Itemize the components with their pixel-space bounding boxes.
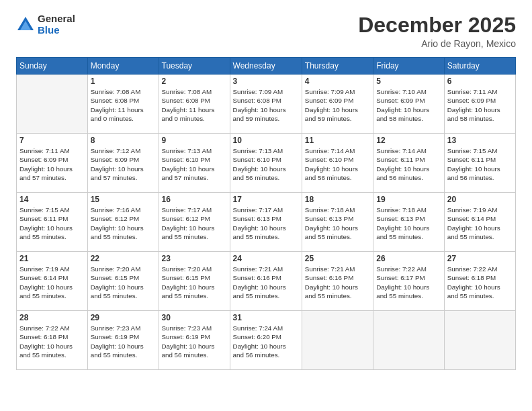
day-cell: 25Sunrise: 7:21 AM Sunset: 6:16 PM Dayli…	[302, 252, 373, 311]
week-row-4: 21Sunrise: 7:19 AM Sunset: 6:14 PM Dayli…	[17, 252, 516, 311]
day-number: 27	[447, 254, 513, 263]
title-section: December 2025 Ario de Rayon, Mexico	[358, 13, 516, 49]
day-number: 10	[233, 136, 299, 145]
day-info: Sunrise: 7:23 AM Sunset: 6:19 PM Dayligh…	[91, 324, 156, 359]
day-number: 11	[305, 136, 370, 145]
day-info: Sunrise: 7:17 AM Sunset: 6:13 PM Dayligh…	[233, 205, 299, 241]
logo-general-text: General	[38, 13, 75, 25]
day-cell: 7Sunrise: 7:11 AM Sunset: 6:09 PM Daylig…	[17, 134, 88, 193]
day-cell: 19Sunrise: 7:18 AM Sunset: 6:13 PM Dayli…	[373, 193, 445, 252]
day-info: Sunrise: 7:16 AM Sunset: 6:12 PM Dayligh…	[91, 205, 156, 241]
day-info: Sunrise: 7:19 AM Sunset: 6:14 PM Dayligh…	[447, 205, 513, 241]
day-cell: 6Sunrise: 7:11 AM Sunset: 6:09 PM Daylig…	[444, 75, 515, 134]
day-cell: 14Sunrise: 7:15 AM Sunset: 6:11 PM Dayli…	[17, 193, 88, 252]
day-number: 2	[162, 77, 227, 86]
calendar-subtitle: Ario de Rayon, Mexico	[358, 38, 516, 49]
day-number: 25	[305, 254, 370, 263]
col-sunday: Sunday	[17, 58, 88, 75]
day-number: 8	[91, 136, 156, 145]
day-info: Sunrise: 7:23 AM Sunset: 6:19 PM Dayligh…	[162, 324, 227, 359]
day-cell: 30Sunrise: 7:23 AM Sunset: 6:19 PM Dayli…	[159, 311, 230, 370]
day-info: Sunrise: 7:22 AM Sunset: 6:18 PM Dayligh…	[447, 265, 513, 300]
day-info: Sunrise: 7:22 AM Sunset: 6:17 PM Dayligh…	[376, 265, 441, 300]
day-number: 14	[19, 195, 85, 204]
day-info: Sunrise: 7:24 AM Sunset: 6:20 PM Dayligh…	[233, 324, 299, 359]
day-cell	[302, 311, 373, 370]
col-thursday: Thursday	[302, 58, 373, 75]
day-cell: 10Sunrise: 7:13 AM Sunset: 6:10 PM Dayli…	[230, 134, 302, 193]
day-number: 23	[162, 254, 227, 263]
col-wednesday: Wednesday	[230, 58, 302, 75]
logo-blue-text: Blue	[38, 25, 75, 36]
day-info: Sunrise: 7:17 AM Sunset: 6:12 PM Dayligh…	[162, 205, 227, 241]
day-info: Sunrise: 7:12 AM Sunset: 6:09 PM Dayligh…	[91, 146, 156, 182]
day-cell: 2Sunrise: 7:08 AM Sunset: 6:08 PM Daylig…	[159, 75, 230, 134]
day-number: 31	[233, 313, 299, 322]
week-row-1: 1Sunrise: 7:08 AM Sunset: 6:08 PM Daylig…	[17, 75, 516, 134]
day-number: 20	[447, 195, 513, 204]
day-info: Sunrise: 7:21 AM Sunset: 6:16 PM Dayligh…	[233, 265, 299, 300]
calendar-table: Sunday Monday Tuesday Wednesday Thursday…	[16, 57, 516, 370]
week-row-5: 28Sunrise: 7:22 AM Sunset: 6:18 PM Dayli…	[17, 311, 516, 370]
day-number: 12	[376, 136, 441, 145]
page: General Blue December 2025 Ario de Rayon…	[0, 0, 532, 411]
day-info: Sunrise: 7:14 AM Sunset: 6:10 PM Dayligh…	[305, 146, 370, 182]
day-cell	[17, 75, 88, 134]
day-number: 22	[91, 254, 156, 263]
day-cell: 1Sunrise: 7:08 AM Sunset: 6:08 PM Daylig…	[87, 75, 159, 134]
day-number: 16	[162, 195, 227, 204]
day-cell: 11Sunrise: 7:14 AM Sunset: 6:10 PM Dayli…	[302, 134, 373, 193]
day-info: Sunrise: 7:13 AM Sunset: 6:10 PM Dayligh…	[233, 146, 299, 182]
day-cell	[373, 311, 445, 370]
col-tuesday: Tuesday	[159, 58, 230, 75]
day-info: Sunrise: 7:08 AM Sunset: 6:08 PM Dayligh…	[91, 87, 156, 123]
day-cell: 29Sunrise: 7:23 AM Sunset: 6:19 PM Dayli…	[87, 311, 159, 370]
day-info: Sunrise: 7:13 AM Sunset: 6:10 PM Dayligh…	[162, 146, 227, 182]
day-number: 1	[91, 77, 156, 86]
day-info: Sunrise: 7:09 AM Sunset: 6:09 PM Dayligh…	[305, 87, 370, 123]
day-cell: 18Sunrise: 7:18 AM Sunset: 6:13 PM Dayli…	[302, 193, 373, 252]
day-info: Sunrise: 7:11 AM Sunset: 6:09 PM Dayligh…	[447, 87, 513, 123]
day-cell: 21Sunrise: 7:19 AM Sunset: 6:14 PM Dayli…	[17, 252, 88, 311]
day-number: 3	[233, 77, 299, 86]
header: General Blue December 2025 Ario de Rayon…	[16, 13, 516, 49]
day-number: 29	[91, 313, 156, 322]
col-monday: Monday	[87, 58, 159, 75]
day-cell: 27Sunrise: 7:22 AM Sunset: 6:18 PM Dayli…	[444, 252, 515, 311]
day-number: 5	[376, 77, 441, 86]
day-number: 7	[19, 136, 85, 145]
day-info: Sunrise: 7:20 AM Sunset: 6:15 PM Dayligh…	[162, 265, 227, 300]
day-cell	[444, 311, 515, 370]
day-number: 4	[305, 77, 370, 86]
day-info: Sunrise: 7:21 AM Sunset: 6:16 PM Dayligh…	[305, 265, 370, 300]
week-row-2: 7Sunrise: 7:11 AM Sunset: 6:09 PM Daylig…	[17, 134, 516, 193]
day-info: Sunrise: 7:14 AM Sunset: 6:11 PM Dayligh…	[376, 146, 441, 182]
col-saturday: Saturday	[444, 58, 515, 75]
logo: General Blue	[16, 13, 75, 36]
day-cell: 24Sunrise: 7:21 AM Sunset: 6:16 PM Dayli…	[230, 252, 302, 311]
day-cell: 28Sunrise: 7:22 AM Sunset: 6:18 PM Dayli…	[17, 311, 88, 370]
calendar-title: December 2025	[358, 13, 516, 37]
day-info: Sunrise: 7:19 AM Sunset: 6:14 PM Dayligh…	[19, 265, 85, 300]
day-cell: 23Sunrise: 7:20 AM Sunset: 6:15 PM Dayli…	[159, 252, 230, 311]
day-info: Sunrise: 7:18 AM Sunset: 6:13 PM Dayligh…	[305, 205, 370, 241]
day-cell: 5Sunrise: 7:10 AM Sunset: 6:09 PM Daylig…	[373, 75, 445, 134]
col-friday: Friday	[373, 58, 445, 75]
day-cell: 22Sunrise: 7:20 AM Sunset: 6:15 PM Dayli…	[87, 252, 159, 311]
day-number: 13	[447, 136, 513, 145]
day-number: 19	[376, 195, 441, 204]
week-row-3: 14Sunrise: 7:15 AM Sunset: 6:11 PM Dayli…	[17, 193, 516, 252]
day-cell: 3Sunrise: 7:09 AM Sunset: 6:08 PM Daylig…	[230, 75, 302, 134]
day-number: 24	[233, 254, 299, 263]
day-cell: 15Sunrise: 7:16 AM Sunset: 6:12 PM Dayli…	[87, 193, 159, 252]
day-cell: 13Sunrise: 7:15 AM Sunset: 6:11 PM Dayli…	[444, 134, 515, 193]
day-number: 26	[376, 254, 441, 263]
day-number: 18	[305, 195, 370, 204]
day-info: Sunrise: 7:22 AM Sunset: 6:18 PM Dayligh…	[19, 324, 85, 359]
day-number: 6	[447, 77, 513, 86]
day-info: Sunrise: 7:15 AM Sunset: 6:11 PM Dayligh…	[19, 205, 85, 241]
day-cell: 20Sunrise: 7:19 AM Sunset: 6:14 PM Dayli…	[444, 193, 515, 252]
day-info: Sunrise: 7:08 AM Sunset: 6:08 PM Dayligh…	[162, 87, 227, 123]
day-cell: 17Sunrise: 7:17 AM Sunset: 6:13 PM Dayli…	[230, 193, 302, 252]
day-cell: 31Sunrise: 7:24 AM Sunset: 6:20 PM Dayli…	[230, 311, 302, 370]
